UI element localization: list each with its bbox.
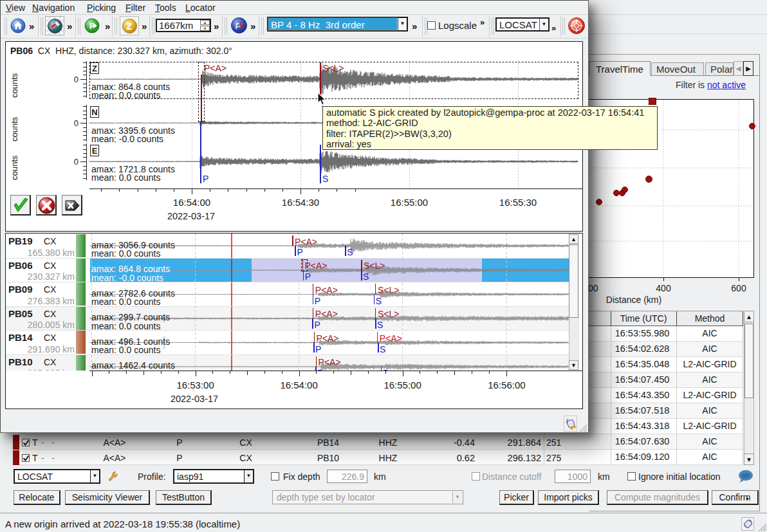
svg-text:Z: Z: [127, 21, 133, 32]
